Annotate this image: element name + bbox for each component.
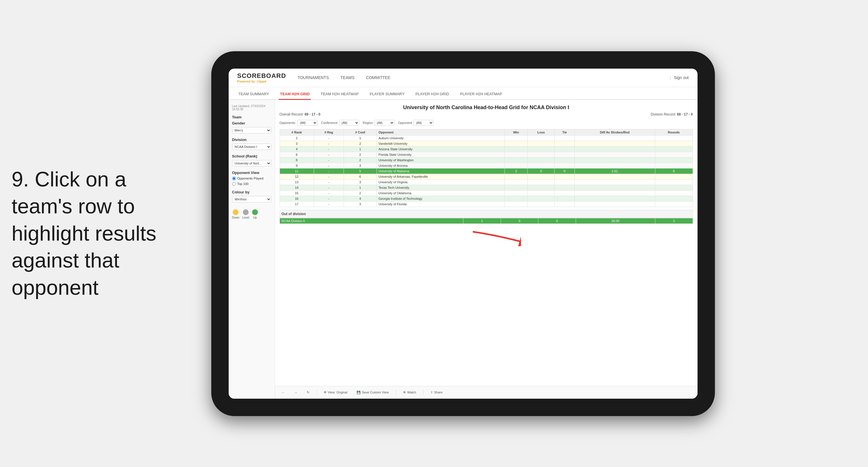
table-header-row: # Rank # Reg # Conf Opponent Win Loss Ti… bbox=[280, 129, 692, 135]
cell-rounds bbox=[655, 157, 692, 163]
cell-reg: - bbox=[314, 196, 344, 201]
cell-rank: 13 bbox=[280, 179, 314, 185]
school-select[interactable]: University of Nort... bbox=[232, 160, 271, 167]
cell-win bbox=[504, 174, 528, 179]
cell-loss bbox=[528, 141, 555, 146]
view-label: View: Original bbox=[328, 390, 348, 394]
table-row[interactable]: 8-2University of Washington bbox=[280, 157, 692, 163]
colour-by-select[interactable]: Win/loss bbox=[232, 196, 271, 202]
table-row[interactable]: 14-1Texas Tech University bbox=[280, 185, 692, 190]
tab-team-summary[interactable]: TEAM SUMMARY bbox=[237, 89, 270, 100]
col-diff: Diff Av Strokes/Rnd bbox=[575, 129, 655, 135]
view-original-button[interactable]: 👁 View: Original bbox=[321, 389, 350, 395]
region-filter-group: Region (All) bbox=[363, 120, 395, 126]
division-record: Division Record: 88 - 17 - 0 bbox=[651, 112, 692, 116]
watch-button[interactable]: 👁 Watch bbox=[401, 389, 418, 395]
table-row[interactable]: 12-6University of Arkansas, Fayetteville bbox=[280, 174, 692, 179]
cell-reg: - bbox=[314, 141, 344, 146]
out-of-division-table: NCAA Division II 1 0 0 26.00 3 bbox=[280, 218, 693, 224]
ood-loss: 0 bbox=[501, 218, 538, 224]
radio-opponents-played[interactable]: Opponents Played bbox=[232, 177, 271, 180]
share-button[interactable]: ⇧ Share bbox=[428, 389, 445, 396]
cell-diff bbox=[575, 190, 655, 196]
cell-loss: 0 bbox=[528, 168, 555, 174]
cell-opponent: Texas Tech University bbox=[376, 185, 504, 190]
conference-filter[interactable]: (All) bbox=[339, 120, 359, 126]
cell-rank: 8 bbox=[280, 157, 314, 163]
cell-reg: - bbox=[314, 179, 344, 185]
cell-diff bbox=[575, 179, 655, 185]
cell-rounds bbox=[655, 185, 692, 190]
sign-out-button[interactable]: Sign out bbox=[674, 74, 688, 81]
cell-rank: 6 bbox=[280, 152, 314, 157]
cell-rounds bbox=[655, 163, 692, 168]
tab-team-h2h-heatmap[interactable]: TEAM H2H HEATMAP bbox=[319, 89, 360, 100]
table-row[interactable]: 4-1Arizona State University bbox=[280, 146, 692, 152]
nav-teams[interactable]: TEAMS bbox=[340, 74, 354, 81]
opponent-filter-group: Opponent (All) bbox=[398, 120, 434, 126]
legend-down: Down bbox=[232, 209, 240, 219]
cell-reg: - bbox=[314, 163, 344, 168]
radio-top100[interactable]: Top 100 bbox=[232, 182, 271, 186]
save-label: Save Custom View bbox=[362, 390, 389, 394]
ood-diff: 26.00 bbox=[576, 218, 655, 224]
cell-win bbox=[504, 146, 528, 152]
cell-conf: 3 bbox=[344, 163, 377, 168]
cell-rounds bbox=[655, 141, 692, 146]
cell-conf: 1 bbox=[344, 146, 377, 152]
opponent-filter[interactable]: (All) bbox=[413, 120, 434, 126]
nav-committee[interactable]: COMMITTEE bbox=[366, 74, 391, 81]
cell-tie bbox=[555, 190, 575, 196]
cell-diff bbox=[575, 185, 655, 190]
table-row[interactable]: 2-1Auburn University bbox=[280, 135, 692, 141]
col-tie: Tie bbox=[555, 129, 575, 135]
table-row[interactable]: 9-3University of Arizona bbox=[280, 163, 692, 168]
redo-button[interactable]: → bbox=[292, 389, 300, 395]
table-row[interactable]: 15-2University of Oklahoma bbox=[280, 190, 692, 196]
division-label: Division bbox=[232, 138, 271, 142]
bottom-toolbar: ← → ↻ 👁 View: Original 💾 Save Custom Vie… bbox=[275, 386, 698, 399]
table-row[interactable]: 13-3University of Virginia bbox=[280, 179, 692, 185]
legend-down-label: Down bbox=[232, 216, 240, 219]
share-label: Share bbox=[434, 390, 442, 394]
cell-rounds bbox=[655, 174, 692, 179]
table-row[interactable]: 16-4Georgia Institute of Technology bbox=[280, 196, 692, 201]
tab-player-h2h-grid[interactable]: PLAYER H2H GRID bbox=[414, 89, 450, 100]
last-updated: Last Updated: 27/03/2024 16:55:38 bbox=[232, 105, 271, 111]
cell-loss bbox=[528, 196, 555, 201]
watch-label: Watch bbox=[407, 390, 416, 394]
region-filter[interactable]: (All) bbox=[374, 120, 395, 126]
reset-button[interactable]: ↻ bbox=[305, 389, 312, 396]
table-row[interactable]: 11-5University of Alabama3002.618 bbox=[280, 168, 692, 174]
table-row[interactable]: 17-3University of Florida bbox=[280, 201, 692, 207]
ood-win: 1 bbox=[463, 218, 501, 224]
tab-player-summary[interactable]: PLAYER SUMMARY bbox=[368, 89, 405, 100]
cell-opponent: University of Florida bbox=[376, 201, 504, 207]
legend-up: Up bbox=[252, 209, 258, 219]
gender-select[interactable]: Men's bbox=[232, 127, 271, 134]
cell-conf: 4 bbox=[344, 196, 377, 201]
opponents-filter-group: Opponents: (All) bbox=[280, 120, 318, 126]
cell-tie: 0 bbox=[555, 168, 575, 174]
opponents-filter[interactable]: (All) bbox=[297, 120, 317, 126]
cell-tie bbox=[555, 185, 575, 190]
tab-player-h2h-heatmap[interactable]: PLAYER H2H HEATMAP bbox=[459, 89, 503, 100]
division-select[interactable]: NCAA Division I bbox=[232, 144, 271, 150]
cell-loss bbox=[528, 179, 555, 185]
undo-button[interactable]: ← bbox=[280, 389, 287, 395]
conference-filter-group: Conference (All) bbox=[321, 120, 359, 126]
cell-conf: 3 bbox=[344, 179, 377, 185]
out-of-division-row[interactable]: NCAA Division II 1 0 0 26.00 3 bbox=[280, 218, 692, 224]
nav-tournaments[interactable]: TOURNAMENTS bbox=[298, 74, 329, 81]
tab-team-h2h-grid[interactable]: TEAM H2H GRID bbox=[279, 89, 311, 100]
table-row[interactable]: 6-2Florida State University bbox=[280, 152, 692, 157]
ood-tie: 0 bbox=[538, 218, 576, 224]
cell-tie bbox=[555, 135, 575, 141]
cell-win bbox=[504, 185, 528, 190]
content-wrapper: University of North Carolina Head-to-Hea… bbox=[275, 100, 698, 399]
toolbar-sep-2 bbox=[396, 389, 396, 395]
save-custom-button[interactable]: 💾 Save Custom View bbox=[354, 389, 391, 396]
cell-rank: 9 bbox=[280, 163, 314, 168]
colour-by-label: Colour by bbox=[232, 190, 271, 194]
table-row[interactable]: 3-2Vanderbilt University bbox=[280, 141, 692, 146]
